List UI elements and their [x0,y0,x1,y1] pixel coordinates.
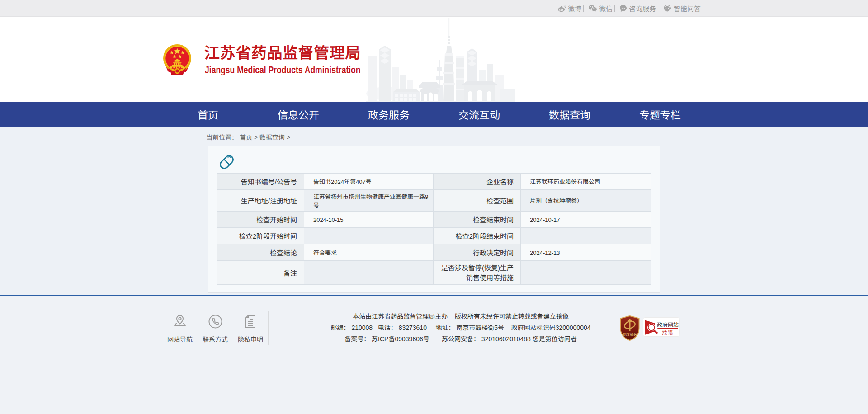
svg-text:政府网站: 政府网站 [657,320,679,328]
svg-text:找错: 找错 [662,329,674,336]
svg-text:党政机关: 党政机关 [623,332,637,337]
